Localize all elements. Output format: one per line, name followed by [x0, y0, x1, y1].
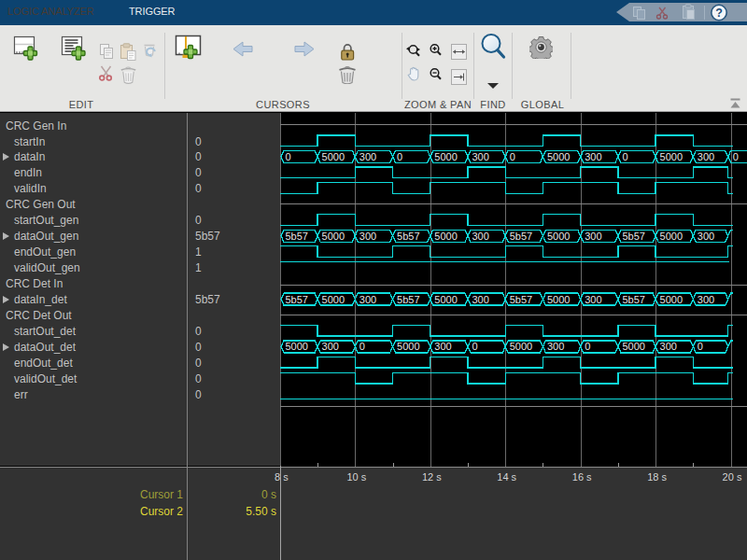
svg-text:5000: 5000: [622, 341, 644, 352]
svg-text:5000: 5000: [434, 293, 457, 304]
svg-text:300: 300: [660, 341, 677, 352]
svg-text:5b57: 5b57: [397, 293, 419, 304]
svg-text:5b57: 5b57: [622, 230, 644, 241]
svg-text:5000: 5000: [434, 230, 457, 241]
svg-text:0: 0: [397, 150, 402, 161]
svg-text:5000: 5000: [660, 293, 683, 304]
svg-text:5b57: 5b57: [397, 230, 419, 241]
svg-text:300: 300: [698, 293, 714, 304]
svg-text:0: 0: [585, 341, 590, 352]
svg-text:0: 0: [472, 341, 478, 352]
svg-text:0: 0: [510, 150, 515, 161]
svg-text:0: 0: [286, 150, 291, 161]
svg-text:5000: 5000: [547, 150, 570, 161]
svg-text:5b57: 5b57: [286, 230, 308, 241]
svg-text:300: 300: [322, 341, 339, 352]
svg-text:5000: 5000: [660, 230, 683, 241]
svg-text:300: 300: [472, 150, 489, 161]
svg-text:300: 300: [434, 341, 451, 352]
svg-text:0: 0: [622, 150, 627, 161]
svg-text:300: 300: [585, 230, 601, 241]
svg-text:5000: 5000: [286, 341, 308, 352]
svg-text:5000: 5000: [397, 341, 419, 352]
svg-text:5000: 5000: [322, 293, 345, 304]
svg-text:5000: 5000: [322, 230, 345, 241]
svg-text:300: 300: [359, 150, 376, 161]
svg-text:5000: 5000: [547, 230, 570, 241]
svg-text:5000: 5000: [322, 150, 345, 161]
svg-text:300: 300: [698, 230, 714, 241]
svg-text:5000: 5000: [510, 341, 532, 352]
svg-text:5000: 5000: [660, 150, 683, 161]
svg-text:5000: 5000: [547, 293, 570, 304]
svg-text:5b57: 5b57: [510, 293, 532, 304]
svg-text:0: 0: [359, 341, 365, 352]
svg-text:5b57: 5b57: [510, 230, 532, 241]
svg-text:300: 300: [585, 293, 601, 304]
svg-text:300: 300: [359, 230, 376, 241]
svg-text:300: 300: [359, 293, 376, 304]
svg-text:0: 0: [733, 150, 739, 161]
svg-text:0: 0: [698, 341, 703, 352]
svg-text:300: 300: [547, 341, 564, 352]
svg-text:?: ?: [715, 7, 723, 20]
svg-text:5b57: 5b57: [622, 293, 644, 304]
svg-text:300: 300: [585, 150, 601, 161]
svg-text:5b57: 5b57: [286, 293, 308, 304]
svg-text:300: 300: [698, 150, 714, 161]
svg-text:5000: 5000: [434, 150, 457, 161]
svg-text:300: 300: [472, 230, 489, 241]
svg-text:300: 300: [472, 293, 489, 304]
